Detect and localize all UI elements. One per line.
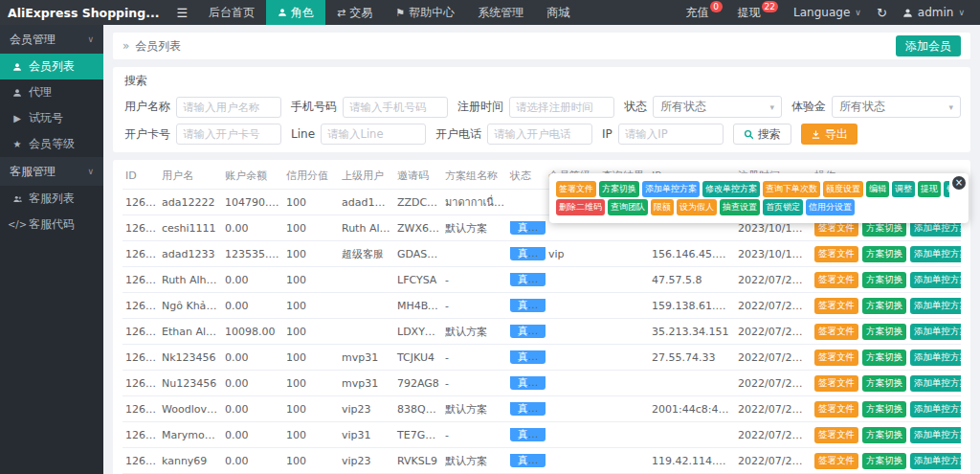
status-badge[interactable]: 真人 bbox=[510, 273, 546, 286]
column-header: ID bbox=[122, 169, 159, 182]
popup-action-chip[interactable]: 限额 bbox=[651, 199, 674, 215]
status-badge[interactable]: 真人 bbox=[510, 428, 546, 441]
sidebar-item[interactable]: 代理 bbox=[0, 79, 103, 105]
cell-actions: 签署文件方案切换添加单控方案 bbox=[812, 427, 961, 443]
popup-action-chip[interactable]: 调整 bbox=[892, 181, 915, 197]
action-chip[interactable]: 方案切换 bbox=[862, 298, 906, 314]
action-chip[interactable]: 方案切换 bbox=[862, 427, 906, 443]
action-chip[interactable]: 添加单控方案 bbox=[910, 298, 961, 314]
sidebar-item[interactable]: ★会员等级 bbox=[0, 131, 103, 157]
cell-id: 126487 bbox=[122, 351, 159, 364]
popup-action-chip[interactable]: 银行卡信息 bbox=[944, 181, 949, 197]
popup-action-chip[interactable]: 信用分设置 bbox=[806, 199, 855, 215]
action-chip[interactable]: 方案切换 bbox=[862, 401, 906, 418]
status-badge[interactable]: 真人 bbox=[510, 247, 546, 260]
status-badge[interactable]: 真人 bbox=[510, 325, 546, 338]
action-chip[interactable]: 方案切换 bbox=[862, 324, 906, 340]
nav-item-label: 后台首页 bbox=[209, 5, 255, 21]
popup-action-chip[interactable]: 修改单控方案 bbox=[702, 181, 760, 197]
cell-time: 2022/07/20 21:56 bbox=[735, 403, 812, 416]
popup-action-chip[interactable]: 设为假人 bbox=[677, 199, 717, 215]
action-chip[interactable]: 签署文件 bbox=[814, 324, 858, 340]
cell-invite: GDAS6Y bbox=[394, 248, 442, 260]
menu-toggle-icon[interactable]: ☰ bbox=[167, 6, 197, 20]
action-chip[interactable]: 添加单控方案 bbox=[910, 453, 961, 469]
popup-action-chip[interactable]: 签署文件 bbox=[556, 181, 596, 197]
popup-action-chip[interactable]: 方案切换 bbox=[599, 181, 639, 197]
action-chip[interactable]: 添加单控方案 bbox=[910, 246, 961, 262]
popup-action-chip[interactable]: 首页锁定 bbox=[763, 199, 803, 215]
action-chip[interactable]: 签署文件 bbox=[814, 350, 858, 366]
field-input[interactable] bbox=[176, 124, 281, 145]
field-label: 手机号码 bbox=[291, 99, 337, 115]
action-chip[interactable]: 签署文件 bbox=[814, 246, 858, 262]
popup-action-chip[interactable]: 抽查设置 bbox=[720, 199, 760, 215]
user-menu[interactable]: admin ∨ bbox=[895, 6, 972, 19]
action-chip[interactable]: 签署文件 bbox=[814, 298, 858, 314]
status-badge[interactable]: 真人 bbox=[510, 402, 546, 416]
nav-item[interactable]: 后台首页 bbox=[197, 0, 266, 25]
status-badge[interactable]: 真人 bbox=[510, 376, 546, 390]
status-badge[interactable]: 真人 bbox=[510, 299, 546, 312]
action-chip[interactable]: 方案切换 bbox=[862, 375, 906, 392]
search-button[interactable]: 搜索 bbox=[733, 124, 791, 145]
action-chip[interactable]: 签署文件 bbox=[814, 401, 858, 418]
action-chip[interactable]: 添加单控方案 bbox=[910, 324, 961, 340]
sidebar-item[interactable]: 客服列表 bbox=[0, 186, 103, 212]
nav-item[interactable]: 系统管理 bbox=[466, 0, 535, 25]
popup-action-chip[interactable]: 编辑 bbox=[866, 181, 889, 197]
recharge-link[interactable]: 充值 0 bbox=[679, 5, 730, 21]
field-input[interactable] bbox=[321, 124, 426, 145]
popup-action-chip[interactable]: 删除二维码 bbox=[556, 199, 605, 215]
sidebar-item[interactable]: 会员列表 bbox=[0, 54, 103, 79]
field-input[interactable] bbox=[487, 124, 592, 145]
action-chip[interactable]: 方案切换 bbox=[862, 272, 906, 288]
action-chip[interactable]: 添加单控方案 bbox=[910, 272, 961, 288]
sidebar-item[interactable]: ▶试玩号 bbox=[0, 105, 103, 131]
field-select[interactable]: 所有状态▾ bbox=[653, 96, 782, 118]
status-badge[interactable]: 真人 bbox=[510, 454, 546, 467]
action-chip[interactable]: 添加单控方案 bbox=[910, 401, 961, 418]
nav-item[interactable]: 商城 bbox=[535, 0, 581, 25]
popup-action-chip[interactable]: 查询下单次数 bbox=[763, 181, 820, 197]
add-member-button[interactable]: 添加会员 bbox=[896, 35, 961, 56]
cell-username: ceshi1111 bbox=[159, 222, 222, 235]
status-badge[interactable]: 真人 bbox=[510, 221, 546, 235]
action-chip[interactable]: 签署文件 bbox=[814, 453, 858, 469]
cell-ip: 2001:44c8:41... bbox=[649, 403, 735, 416]
sidebar-section-header[interactable]: 客服管理∨ bbox=[0, 157, 103, 186]
cell-id: 126501 bbox=[122, 222, 159, 235]
action-chip[interactable]: 添加单控方案 bbox=[910, 375, 961, 392]
language-menu[interactable]: Language ∨ bbox=[786, 6, 869, 19]
action-chip[interactable]: 签署文件 bbox=[814, 375, 858, 392]
nav-item[interactable]: 角色 bbox=[266, 0, 325, 25]
refresh-icon[interactable]: ↻ bbox=[869, 6, 895, 20]
field-input[interactable] bbox=[343, 97, 448, 118]
action-chip[interactable]: 方案切换 bbox=[862, 246, 906, 262]
action-chip[interactable]: 签署文件 bbox=[814, 272, 858, 288]
cell-parent: mvp31 bbox=[339, 351, 394, 364]
field-select[interactable]: 所有状态▾ bbox=[832, 96, 961, 118]
field-input[interactable] bbox=[176, 97, 281, 118]
action-chip[interactable]: 添加单控方案 bbox=[910, 350, 961, 366]
popup-action-chip[interactable]: 额度设置 bbox=[823, 181, 863, 197]
nav-item[interactable]: ⚑帮助中心 bbox=[384, 0, 466, 25]
popup-action-chip[interactable]: 查询团队 bbox=[608, 199, 648, 215]
sidebar-section-header[interactable]: 会员管理∨ bbox=[0, 25, 103, 54]
action-chip[interactable]: 签署文件 bbox=[814, 427, 858, 443]
cell-plan: - bbox=[442, 429, 507, 441]
action-chip[interactable]: 方案切换 bbox=[862, 453, 906, 469]
table-row: 126499Ruth Alhcfah...0.00100LFCYSA-真人47.… bbox=[122, 267, 961, 293]
field-input[interactable] bbox=[509, 97, 614, 118]
sidebar-item[interactable]: </>客服代码 bbox=[0, 212, 103, 237]
action-chip[interactable]: 方案切换 bbox=[862, 350, 906, 366]
popup-action-chip[interactable]: 提现 bbox=[918, 181, 941, 197]
field-input[interactable] bbox=[618, 124, 724, 145]
popup-close-icon[interactable]: × bbox=[952, 176, 966, 190]
withdraw-link[interactable]: 提现 22 bbox=[730, 5, 786, 21]
status-badge[interactable]: 真人 bbox=[510, 350, 546, 364]
export-button[interactable]: 导出 bbox=[801, 124, 858, 145]
nav-item[interactable]: ⇄交易 bbox=[325, 0, 384, 25]
action-chip[interactable]: 添加单控方案 bbox=[910, 427, 961, 443]
popup-action-chip[interactable]: 添加单控方案 bbox=[642, 181, 700, 197]
